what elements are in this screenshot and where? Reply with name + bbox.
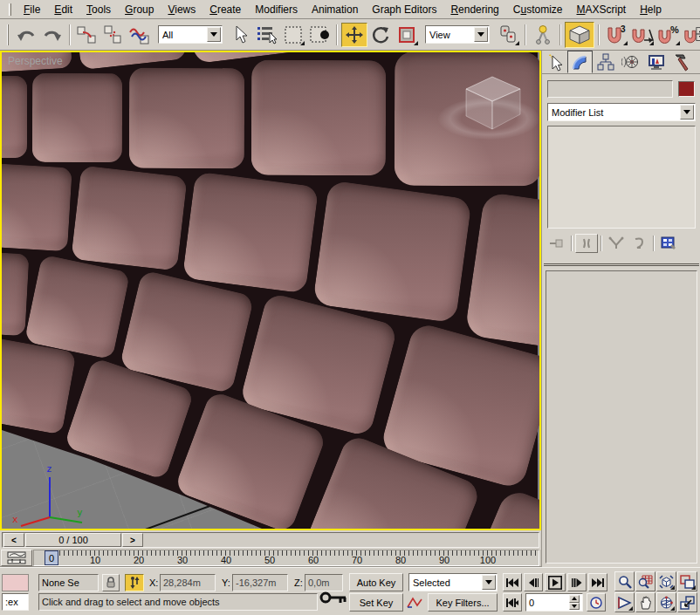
angle-snap-toggle-button[interactable]	[629, 23, 655, 47]
arc-rotate-button[interactable]	[656, 592, 676, 612]
field-of-view-button[interactable]	[614, 592, 635, 612]
selection-filter-dropdown-button[interactable]	[207, 27, 221, 42]
key-mode-toggle[interactable]	[503, 593, 522, 612]
set-key-button[interactable]: Set Key	[349, 593, 403, 612]
brick[interactable]	[312, 180, 472, 323]
menu-help[interactable]: Help	[633, 2, 669, 17]
menu-edit[interactable]: Edit	[47, 2, 79, 17]
timeline-ruler[interactable]: 0102030405060708090100 0	[33, 550, 539, 566]
zoom-extents-all-button[interactable]	[677, 571, 697, 591]
previous-frame-arrow[interactable]: <	[3, 533, 24, 547]
show-end-result-button[interactable]	[575, 234, 598, 253]
percent-snap-toggle-button[interactable]: %	[655, 23, 682, 47]
tab-display[interactable]	[643, 51, 669, 73]
default-tangents-button[interactable]	[405, 593, 424, 612]
rectangular-selection-region-button[interactable]	[280, 23, 306, 47]
viewport-label[interactable]: Perspective	[8, 55, 63, 67]
zoom-extents-button[interactable]	[656, 571, 676, 591]
key-scope-combo[interactable]: Selected	[408, 573, 498, 591]
brick[interactable]	[0, 162, 72, 252]
modifier-stack-list[interactable]	[547, 126, 696, 229]
menu-group[interactable]: Group	[118, 2, 161, 17]
brick[interactable]	[182, 172, 319, 294]
tab-modify[interactable]	[567, 51, 593, 73]
object-color-swatch[interactable]	[678, 81, 695, 97]
tab-create[interactable]	[542, 51, 567, 73]
menu-modifiers[interactable]: Modifiers	[248, 2, 305, 17]
remove-modifier-button[interactable]	[628, 234, 650, 253]
time-slider-handle[interactable]: 0 / 100	[25, 533, 121, 547]
go-to-start-button[interactable]	[503, 573, 522, 591]
menubar-grip[interactable]	[9, 3, 11, 16]
menu-views[interactable]: Views	[161, 2, 202, 17]
time-configuration-button[interactable]	[587, 593, 606, 612]
brick[interactable]	[32, 73, 122, 162]
open-mini-curve-editor-button[interactable]	[1, 550, 32, 566]
keyboard-shortcut-override-toggle[interactable]	[565, 22, 594, 48]
modifier-list-combo[interactable]: Modifier List	[547, 103, 696, 121]
helper-cube-object[interactable]	[456, 70, 529, 131]
select-by-name-button[interactable]	[254, 23, 280, 47]
next-frame-button[interactable]	[567, 573, 587, 591]
play-animation-button[interactable]	[545, 573, 566, 591]
bind-to-spacewarp-button[interactable]	[127, 23, 153, 47]
menu-graph-editors[interactable]: Graph Editors	[365, 2, 443, 17]
current-frame-indicator[interactable]: 0	[45, 550, 58, 565]
redo-button[interactable]	[39, 23, 65, 47]
select-and-manipulate-button[interactable]	[530, 23, 556, 47]
select-object-button[interactable]	[228, 23, 254, 47]
toolbar-grip[interactable]	[7, 24, 9, 45]
viewport-canvas[interactable]: Perspective z x y	[2, 52, 539, 529]
select-and-link-button[interactable]	[74, 23, 100, 47]
brick[interactable]	[129, 68, 245, 168]
configure-modifier-sets-button[interactable]	[657, 234, 680, 253]
go-to-end-button[interactable]	[588, 573, 607, 591]
selection-filter-combo[interactable]: All	[158, 25, 223, 44]
undo-button[interactable]	[13, 23, 39, 47]
frame-spinner[interactable]	[569, 595, 580, 610]
pan-view-button[interactable]	[635, 592, 655, 612]
reference-coordsys-combo[interactable]: View	[425, 25, 490, 44]
brick[interactable]	[0, 76, 27, 158]
use-pivot-point-center-button[interactable]	[495, 23, 521, 47]
tab-motion[interactable]	[618, 51, 643, 73]
tab-utilities[interactable]	[669, 51, 694, 73]
object-name-field[interactable]	[547, 80, 673, 98]
y-coord-field[interactable]: -16,327m	[232, 574, 288, 591]
rollout-area[interactable]	[546, 270, 697, 564]
absolute-mode-transform-toggle[interactable]	[125, 574, 144, 591]
unlink-button[interactable]	[100, 23, 127, 47]
min-max-toggle-button[interactable]	[677, 592, 697, 612]
menu-tools[interactable]: Tools	[79, 2, 118, 17]
macro-recorder-pane[interactable]	[2, 574, 29, 591]
snaps-toggle-button[interactable]: 3	[603, 23, 629, 47]
menu-create[interactable]: Create	[202, 2, 248, 17]
select-and-move-button[interactable]	[341, 23, 367, 47]
x-coord-field[interactable]: 28,284m	[160, 574, 216, 591]
menu-animation[interactable]: Animation	[305, 2, 365, 17]
tab-hierarchy[interactable]	[593, 51, 618, 73]
menu-maxscript[interactable]: MAXScript	[570, 2, 634, 17]
previous-frame-button[interactable]	[524, 573, 543, 591]
select-and-scale-button[interactable]	[394, 23, 420, 47]
modifier-list-dropdown-button[interactable]	[680, 105, 694, 120]
zoom-button[interactable]	[614, 571, 635, 591]
brick[interactable]	[251, 60, 387, 176]
mini-listener-field[interactable]: :ex	[2, 593, 29, 611]
brick[interactable]	[71, 166, 187, 271]
current-frame-field[interactable]: 0	[525, 593, 583, 612]
selection-lock-toggle[interactable]	[102, 574, 120, 591]
next-frame-arrow[interactable]: >	[122, 533, 143, 547]
spinner-snap-toggle-button[interactable]	[682, 23, 700, 47]
reference-coordsys-dropdown-button[interactable]	[474, 27, 488, 42]
menu-rendering[interactable]: Rendering	[443, 2, 505, 17]
pin-stack-button[interactable]	[546, 234, 568, 253]
menu-customize[interactable]: Customize	[506, 2, 570, 17]
time-slider-track[interactable]: < 0 / 100 >	[2, 532, 539, 548]
window-crossing-toggle[interactable]	[306, 23, 333, 47]
brick[interactable]	[0, 250, 29, 337]
make-unique-button[interactable]	[605, 234, 628, 253]
select-and-rotate-button[interactable]	[367, 23, 394, 47]
auto-key-button[interactable]: Auto Key	[349, 573, 403, 591]
perspective-viewport[interactable]: Perspective z x y	[0, 51, 541, 530]
